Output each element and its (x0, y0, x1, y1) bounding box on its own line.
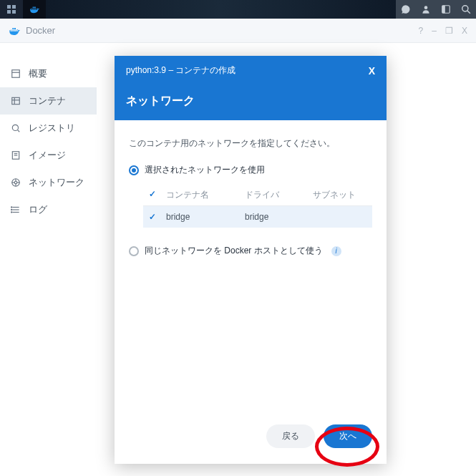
svg-line-8 (467, 11, 470, 14)
svg-point-29 (11, 209, 12, 210)
svg-point-19 (14, 181, 17, 184)
svg-rect-2 (7, 10, 11, 14)
svg-rect-3 (12, 10, 16, 14)
svg-point-14 (12, 125, 18, 130)
svg-point-7 (462, 6, 468, 11)
info-icon[interactable]: i (331, 246, 341, 256)
svg-point-30 (11, 212, 12, 213)
sidebar-label: 概要 (29, 67, 47, 80)
sidebar-item-overview[interactable]: 概要 (0, 60, 97, 87)
svg-rect-6 (442, 6, 445, 14)
os-top-bar (0, 0, 476, 19)
app-title-bar: Docker ? – ❐ X (0, 19, 476, 43)
overview-icon (10, 68, 21, 79)
registry-icon (10, 122, 21, 134)
app-switcher-grid[interactable] (0, 0, 23, 19)
next-button[interactable]: 次へ (324, 424, 372, 448)
svg-rect-11 (12, 97, 20, 104)
radio-icon (129, 165, 139, 175)
app-title: Docker (26, 25, 419, 36)
col-header-name: コンテナ名 (166, 189, 245, 201)
sidebar-item-registry[interactable]: レジストリ (0, 115, 97, 142)
app-switcher-docker[interactable] (23, 0, 46, 19)
svg-rect-1 (12, 5, 16, 9)
user-icon[interactable] (416, 0, 436, 19)
network-icon (10, 177, 21, 188)
create-container-modal: python:3.9 – コンテナの作成 X ネットワーク このコンテナ用のネッ… (115, 56, 387, 464)
row-checkbox[interactable]: ✓ (149, 212, 166, 222)
chat-icon[interactable] (396, 0, 416, 19)
svg-point-4 (424, 6, 428, 9)
panel-icon[interactable] (436, 0, 456, 19)
search-icon[interactable] (456, 0, 476, 19)
svg-line-15 (17, 130, 19, 132)
minimize-button[interactable]: – (432, 26, 437, 36)
radio-label: 選択されたネットワークを使用 (145, 164, 265, 176)
container-icon (10, 95, 21, 107)
sidebar-item-network[interactable]: ネットワーク (0, 169, 97, 196)
sidebar-label: ネットワーク (29, 176, 84, 189)
back-button[interactable]: 戻る (266, 424, 315, 448)
sidebar: 概要 コンテナ レジストリ イメージ ネットワーク ログ (0, 43, 97, 476)
modal-heading: ネットワーク (126, 94, 375, 109)
sidebar-label: レジストリ (29, 122, 75, 135)
modal-title: python:3.9 – コンテナの作成 (126, 64, 235, 77)
radio-use-selected-network[interactable]: 選択されたネットワークを使用 (129, 164, 372, 176)
help-button[interactable]: ? (419, 26, 424, 36)
svg-point-28 (11, 207, 12, 208)
sidebar-label: イメージ (29, 149, 66, 162)
close-window-button[interactable]: X (462, 26, 467, 36)
svg-rect-0 (7, 5, 11, 9)
modal-description: このコンテナ用のネットワークを指定してください。 (129, 137, 372, 150)
row-driver: bridge (245, 212, 313, 222)
maximize-button[interactable]: ❐ (445, 26, 453, 36)
radio-icon (129, 246, 139, 256)
col-header-driver: ドライバ (245, 189, 313, 201)
row-subnet (313, 212, 366, 222)
svg-rect-9 (12, 70, 20, 78)
table-row[interactable]: ✓ bridge bridge (143, 206, 372, 228)
sidebar-item-container[interactable]: コンテナ (0, 87, 97, 115)
radio-label: 同じネットワークを Docker ホストとして使う (145, 245, 323, 257)
log-icon (10, 204, 21, 215)
radio-same-as-host[interactable]: 同じネットワークを Docker ホストとして使う i (129, 245, 372, 257)
modal-close-button[interactable]: X (369, 65, 375, 77)
image-icon (10, 150, 21, 161)
network-table: ✓ コンテナ名 ドライバ サブネット ✓ bridge bridge (143, 185, 372, 228)
row-name: bridge (166, 212, 245, 222)
checkbox-header[interactable]: ✓ (149, 189, 166, 201)
sidebar-label: ログ (29, 203, 47, 216)
docker-logo-icon (9, 25, 20, 37)
sidebar-item-image[interactable]: イメージ (0, 142, 97, 169)
sidebar-label: コンテナ (29, 94, 66, 107)
col-header-subnet: サブネット (313, 189, 366, 201)
sidebar-item-log[interactable]: ログ (0, 196, 97, 223)
